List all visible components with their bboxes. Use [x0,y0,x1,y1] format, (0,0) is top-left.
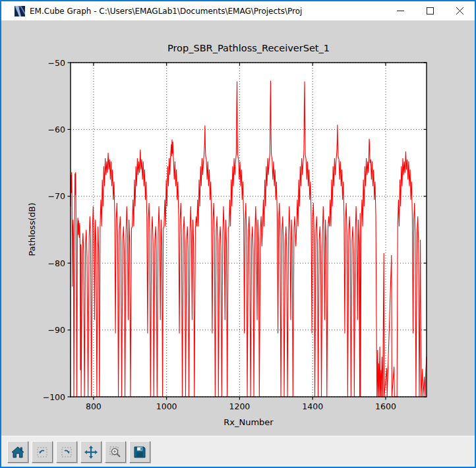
zoom-rect-icon [108,445,123,459]
save-button[interactable] [129,441,150,463]
home-button[interactable] [7,441,28,463]
zoom-button[interactable] [105,441,126,463]
x-axis-label: Rx_Number [223,417,274,427]
maximize-button[interactable] [415,1,445,20]
x-tick-label: 1000 [156,401,177,411]
close-button[interactable] [445,1,475,20]
forward-arrow-icon [59,445,74,459]
save-icon [133,445,147,459]
pan-button[interactable] [80,441,102,463]
chart-canvas[interactable]: 8001000120014001600−50−60−70−80−90−100 P… [1,20,475,436]
close-icon [456,7,463,15]
x-tick-label: 1200 [229,401,251,411]
x-tick-label: 1400 [302,401,323,411]
back-button[interactable] [32,441,53,463]
forward-button[interactable] [56,441,77,463]
chart-title: Prop_SBR_Pathloss_ReceiverSet_1 [167,43,330,53]
figure-area: 8001000120014001600−50−60−70−80−90−100 P… [1,20,475,436]
title-bar[interactable]: EM.Cube Graph - C:\Users\EMAGLab1\Docume… [1,1,475,20]
x-tick-label: 800 [86,401,102,411]
app-window: EM.Cube Graph - C:\Users\EMAGLab1\Docume… [0,0,476,468]
y-tick-label: −70 [48,191,65,201]
maximize-icon [427,7,434,15]
navigation-toolbar [1,436,475,467]
home-icon [11,445,25,459]
window-title: EM.Cube Graph - C:\Users\EMAGLab1\Docume… [30,7,386,16]
pan-arrows-icon [84,445,98,459]
minimize-button[interactable] [386,1,415,20]
y-tick-label: −80 [48,258,65,268]
y-tick-label: −50 [48,58,65,68]
back-arrow-icon [35,445,49,459]
y-axis-label: Pathloss(dB) [27,203,37,256]
x-tick-label: 1600 [375,401,396,411]
caption-buttons [386,1,475,20]
y-tick-label: −60 [48,125,65,134]
y-tick-label: −100 [43,392,65,402]
app-icon [15,6,25,16]
y-tick-label: −90 [48,325,65,335]
minimize-icon [397,7,404,15]
